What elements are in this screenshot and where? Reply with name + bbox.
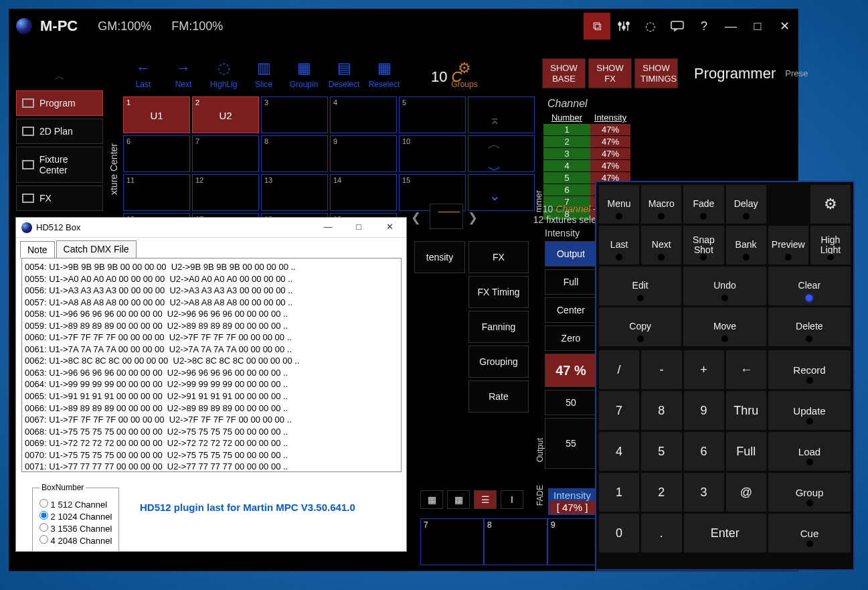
toolbar-deselect[interactable]: ▤Deselect (324, 60, 364, 89)
keypad-1-key[interactable]: 1 (599, 473, 639, 512)
dialog-maximize-icon[interactable]: □ (343, 218, 374, 236)
loading-icon[interactable]: ◌ (637, 13, 664, 40)
dialog-close-icon[interactable]: ✕ (374, 218, 405, 236)
keypad-5-key[interactable]: 5 (641, 432, 681, 471)
radio-input[interactable] (39, 511, 48, 520)
col-intensity[interactable]: Intensity (590, 111, 630, 124)
keypad-record-button[interactable]: Record (768, 350, 851, 389)
preset-tab[interactable]: Prese (781, 64, 812, 82)
dialog-titlebar[interactable]: HD512 Box — □ ✕ (16, 218, 406, 238)
chevron-up-icon[interactable]: ︿ (16, 63, 103, 90)
intensity-badge[interactable]: Intensity [ 47% ] (548, 488, 596, 515)
group-cell[interactable]: 13 (261, 174, 328, 211)
nav-down-icon[interactable]: ﹀ (485, 161, 505, 179)
keypad-preview-button[interactable]: Preview (768, 226, 808, 265)
minimize-icon[interactable]: — (717, 13, 744, 40)
chat-icon[interactable] (664, 13, 691, 40)
tab-catch-dmx[interactable]: Catch DMX File (56, 240, 137, 258)
keypad--key[interactable]: ← (726, 350, 766, 389)
toolbar-slice[interactable]: ▥Slice (244, 60, 284, 89)
keypad-settings-button[interactable]: ⚙ (810, 185, 851, 224)
fanning-button[interactable]: Fanning (468, 311, 529, 343)
fx-timing-button[interactable]: FX Timing (468, 276, 529, 308)
boxnum-option[interactable]: 2 1024 Channel (39, 511, 112, 522)
col-number[interactable]: Number (543, 111, 590, 124)
toolbar-next[interactable]: →Next (163, 60, 203, 89)
toolbar-highlig[interactable]: ◌HighLig (203, 60, 244, 89)
group-cell[interactable]: 4 (330, 96, 397, 133)
keypad-copy-button[interactable]: Copy (599, 307, 681, 346)
keypad-snap-shot-button[interactable]: SnapShot (683, 226, 723, 265)
tab-note[interactable]: Note (20, 241, 55, 259)
keypad-full-key[interactable]: Full (726, 432, 766, 471)
keypad-delete-button[interactable]: Delete (768, 307, 851, 346)
toolbar-last[interactable]: ←Last (123, 60, 163, 89)
keypad-cue-button[interactable]: Cue (768, 514, 851, 552)
keypad-macro-button[interactable]: Macro (641, 185, 681, 224)
keypad-menu-button[interactable]: Menu (599, 185, 639, 224)
channel-row[interactable]: 147% (543, 124, 791, 136)
keypad-9-key[interactable]: 9 (684, 391, 724, 430)
channel-row[interactable]: 447% (543, 160, 791, 172)
keypad--key[interactable]: - (641, 350, 681, 389)
group-cell[interactable]: 3 (261, 96, 328, 133)
output-zero[interactable]: Zero (545, 325, 597, 351)
nav-top-icon[interactable]: ⌅ (485, 111, 505, 127)
i-button[interactable]: I (501, 490, 523, 509)
toolbar-reselect[interactable]: ▦Reselect (364, 60, 404, 89)
group-cell[interactable]: 10 (399, 135, 466, 172)
keypad--key[interactable]: + (684, 350, 724, 389)
output-value[interactable]: 47 % (545, 354, 597, 387)
radio-input[interactable] (39, 535, 48, 544)
maximize-icon[interactable]: □ (744, 13, 771, 40)
group-cell[interactable]: 12 (192, 174, 259, 211)
radio-input[interactable] (39, 499, 48, 508)
close-icon[interactable]: ✕ (771, 13, 798, 40)
keypad-0-key[interactable]: 0 (599, 514, 639, 552)
intensity-button[interactable]: tensity (414, 241, 465, 273)
keypad--key[interactable]: / (599, 350, 639, 389)
show-fx-button[interactable]: SHOWFX (588, 58, 632, 88)
sidebar-item-fixture-center[interactable]: Fixture Center (16, 147, 103, 183)
keypad-high-light-button[interactable]: HighLight (810, 226, 851, 265)
group-cell[interactable]: 5 (399, 96, 466, 133)
keypad-load-button[interactable]: Load (768, 432, 851, 471)
keypad-8-key[interactable]: 8 (641, 391, 681, 430)
preset-cell[interactable]: 7 (420, 518, 484, 565)
nav-bottom-icon[interactable]: ⌄ (485, 188, 505, 204)
sidebar-item-2d-plan[interactable]: 2D Plan (16, 119, 103, 144)
output-55[interactable]: 55 (545, 418, 597, 469)
keypad-6-key[interactable]: 6 (684, 432, 724, 471)
preset-cell[interactable]: 8 (484, 518, 547, 565)
toolbar-groupin[interactable]: ▦Groupin (284, 60, 324, 89)
keypad-3-key[interactable]: 3 (684, 473, 724, 512)
output-header[interactable]: Output (545, 241, 597, 267)
keypad-update-button[interactable]: Update (768, 391, 851, 430)
channel-row[interactable]: 347% (543, 148, 791, 160)
show-timings-button[interactable]: SHOWTIMINGS (634, 58, 678, 88)
keypad-group-button[interactable]: Group (768, 473, 851, 512)
help-icon[interactable]: ? (691, 13, 717, 40)
group-cell[interactable]: 8 (261, 135, 328, 172)
keypad-last-button[interactable]: Last (599, 226, 639, 265)
keypad-delay-button[interactable]: Delay (726, 185, 766, 224)
group-cell[interactable]: 14 (330, 174, 397, 211)
channel-row[interactable]: 247% (543, 136, 791, 148)
rate-button[interactable]: Rate (468, 380, 529, 413)
boxnum-option[interactable]: 4 2048 Channel (39, 535, 112, 546)
keypad-fade-button[interactable]: Fade (683, 185, 723, 224)
dialog-minimize-icon[interactable]: — (313, 218, 343, 236)
keypad-move-button[interactable]: Move (683, 307, 766, 346)
keypad-4-key[interactable]: 4 (599, 432, 639, 471)
keypad--key[interactable]: . (641, 514, 681, 552)
windows-icon[interactable]: ⧉ (584, 13, 610, 40)
output-50[interactable]: 50 (545, 390, 597, 415)
boxnum-option[interactable]: 3 1536 Channel (39, 523, 112, 534)
keypad--key[interactable]: @ (726, 473, 766, 512)
sidebar-item-fx[interactable]: FX (16, 186, 103, 211)
group-cell[interactable]: 6 (123, 135, 190, 172)
list-icon[interactable]: ☰ (474, 490, 497, 509)
nav-up-icon[interactable]: ︿ (485, 135, 505, 153)
keypad-edit-button[interactable]: Edit (599, 267, 681, 305)
keypad-undo-button[interactable]: Undo (683, 267, 766, 305)
